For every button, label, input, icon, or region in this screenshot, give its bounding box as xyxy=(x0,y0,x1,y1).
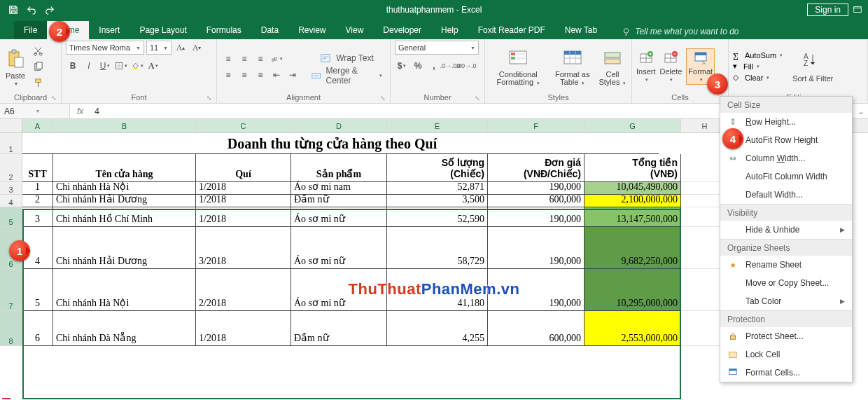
tell-me-search[interactable] xyxy=(617,24,765,39)
tab-developer[interactable]: Developer xyxy=(373,21,431,39)
svg-rect-35 xyxy=(729,369,737,371)
orientation-icon[interactable]: ab▾ xyxy=(270,52,284,66)
align-bottom-icon[interactable]: ≡ xyxy=(253,52,267,66)
tab-review[interactable]: Review xyxy=(288,21,335,39)
tab-page-layout[interactable]: Page Layout xyxy=(130,21,196,39)
merge-center-button[interactable]: Merge & Center▾ xyxy=(308,68,386,83)
tab-foxit[interactable]: Foxit Reader PDF xyxy=(468,21,555,39)
svg-rect-32 xyxy=(731,336,736,339)
cut-icon[interactable] xyxy=(31,43,45,57)
col-E[interactable]: E xyxy=(387,119,488,132)
menu-lock-cell[interactable]: Lock Cell xyxy=(720,345,852,364)
bold-icon[interactable]: B xyxy=(66,59,80,73)
svg-rect-13 xyxy=(321,54,330,62)
menu-autofit-col[interactable]: AutoFit Column Width xyxy=(720,167,852,186)
undo-icon[interactable] xyxy=(24,2,39,18)
align-center-icon[interactable]: ≡ xyxy=(237,68,251,82)
conditional-formatting-icon xyxy=(507,47,529,69)
svg-rect-8 xyxy=(36,62,42,68)
tab-newtab[interactable]: New Tab xyxy=(555,21,607,39)
tab-formulas[interactable]: Formulas xyxy=(197,21,251,39)
align-top-icon[interactable]: ≡ xyxy=(221,52,235,66)
copy-icon[interactable] xyxy=(31,60,45,74)
cell-styles-button[interactable]: Cell Styles ▾ xyxy=(598,47,627,87)
col-G[interactable]: G xyxy=(584,119,681,132)
paste-button[interactable]: Paste▼ xyxy=(4,48,27,86)
conditional-formatting-button[interactable]: Conditional Formatting ▾ xyxy=(489,47,547,87)
font-size-combo[interactable]: 11▼ xyxy=(146,41,172,55)
dec-decimal-icon[interactable]: .00→.0 xyxy=(459,59,473,73)
font-name-combo[interactable]: Times New Roma▼ xyxy=(66,41,144,55)
ribbon-options-icon[interactable] xyxy=(853,5,862,15)
menu-move-copy[interactable]: Move or Copy Sheet... xyxy=(720,274,852,292)
percent-icon[interactable]: % xyxy=(411,59,425,73)
row-header[interactable]: 5 xyxy=(0,207,22,227)
callout-4: 4 xyxy=(722,128,743,149)
save-icon[interactable] xyxy=(6,2,21,18)
border-icon[interactable]: ▾ xyxy=(114,59,128,73)
sort-filter-button[interactable]: AZ Sort & Filter xyxy=(792,50,833,83)
svg-rect-29 xyxy=(695,53,706,55)
svg-rect-11 xyxy=(132,69,139,70)
select-all-corner[interactable] xyxy=(0,119,22,132)
insert-cells-button[interactable]: Insert▾ xyxy=(636,50,656,83)
svg-text:Z: Z xyxy=(804,60,808,67)
col-D[interactable]: D xyxy=(291,119,387,132)
menu-tab-color[interactable]: Tab Color▶ xyxy=(720,292,852,310)
format-painter-icon[interactable] xyxy=(31,76,45,90)
signin-button[interactable]: Sign in xyxy=(807,4,848,16)
col-C[interactable]: C xyxy=(196,119,291,132)
row-header[interactable]: 4 xyxy=(0,195,22,207)
menu-format-cells[interactable]: Format Cells... xyxy=(720,364,852,382)
inc-decimal-icon[interactable]: .0→.00 xyxy=(443,59,457,73)
align-right-icon[interactable]: ≡ xyxy=(253,68,267,82)
number-format-combo[interactable]: General▼ xyxy=(395,41,479,55)
col-A[interactable]: A xyxy=(22,119,53,132)
tab-view[interactable]: View xyxy=(336,21,374,39)
redo-icon[interactable] xyxy=(42,2,57,18)
underline-icon[interactable]: U▾ xyxy=(98,59,112,73)
row-header[interactable]: 8 xyxy=(0,311,22,346)
menu-hide-unhide[interactable]: Hide & Unhide▶ xyxy=(720,221,852,239)
format-as-table-button[interactable]: Format as Table ▾ xyxy=(552,47,594,87)
menu-default-width[interactable]: Default Width... xyxy=(720,186,852,204)
fill-down-icon: ▾ xyxy=(733,62,737,71)
accounting-icon[interactable]: $▾ xyxy=(395,59,409,73)
indent-inc-icon[interactable]: ⇥ xyxy=(286,68,300,82)
col-F[interactable]: F xyxy=(488,119,584,132)
tab-data[interactable]: Data xyxy=(251,21,288,39)
indent-dec-icon[interactable]: ⇤ xyxy=(270,68,284,82)
align-middle-icon[interactable]: ≡ xyxy=(237,52,251,66)
tab-file[interactable]: File xyxy=(14,21,47,39)
fx-icon[interactable]: fx xyxy=(70,106,90,116)
menu-row-height[interactable]: ⇕Row Height... xyxy=(720,113,852,131)
italic-icon[interactable]: I xyxy=(82,59,96,73)
menu-col-width[interactable]: ⇔Column Width... xyxy=(720,149,852,167)
grow-font-icon[interactable]: A▴ xyxy=(174,41,188,55)
tab-insert[interactable]: Insert xyxy=(89,21,130,39)
tab-help[interactable]: Help xyxy=(431,21,468,39)
ribbon: Paste▼ Clipboard⤡ Times New Roma▼ 11▼ A▴… xyxy=(0,39,868,104)
svg-rect-18 xyxy=(517,53,525,55)
fill-color-icon[interactable]: ▾ xyxy=(130,59,144,73)
expand-formula-bar-icon[interactable]: ⌄ xyxy=(854,106,868,116)
delete-cells-button[interactable]: Delete▾ xyxy=(660,50,682,83)
tell-me-input[interactable] xyxy=(635,27,761,36)
menu-protect-sheet[interactable]: Protect Sheet... xyxy=(720,327,852,345)
font-color-icon[interactable]: A▾ xyxy=(146,59,160,73)
clear-button[interactable]: ◇ Clear▾ xyxy=(733,73,783,82)
align-left-icon[interactable]: ≡ xyxy=(221,68,235,82)
autosum-button[interactable]: ∑ AutoSum▾ xyxy=(733,51,783,60)
wrap-text-button[interactable]: Wrap Text xyxy=(308,50,386,66)
row-header[interactable]: 3 xyxy=(0,182,22,195)
shrink-font-icon[interactable]: A▾ xyxy=(190,41,204,55)
menu-rename-sheet[interactable]: ●Rename Sheet xyxy=(720,256,852,274)
name-box[interactable]: A6▼ xyxy=(0,104,70,118)
svg-rect-19 xyxy=(517,57,525,60)
row-header[interactable]: 1 xyxy=(0,133,22,154)
comma-icon[interactable]: , xyxy=(427,59,441,73)
row-header[interactable]: 7 xyxy=(0,269,22,311)
fill-button[interactable]: ▾ Fill▾ xyxy=(733,62,783,71)
col-B[interactable]: B xyxy=(53,119,196,132)
row-header[interactable]: 2 xyxy=(0,154,22,182)
